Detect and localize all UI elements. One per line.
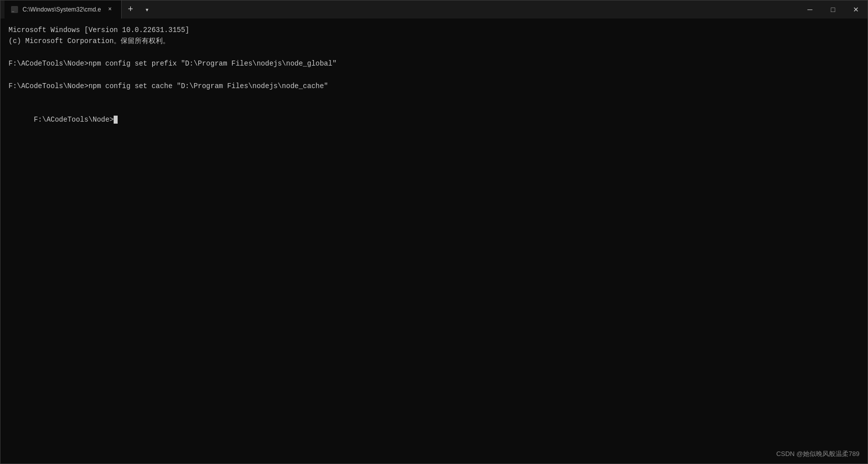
- dropdown-button[interactable]: ▾: [140, 1, 155, 19]
- close-button[interactable]: ✕: [844, 1, 867, 19]
- window-controls: ─ □ ✕: [798, 1, 867, 19]
- tab-close-button[interactable]: ×: [105, 5, 115, 15]
- terminal-line-6: F:\ACodeTools\Node>npm config set cache …: [9, 81, 859, 92]
- prompt: F:\ACodeTools\Node>: [34, 116, 114, 124]
- active-tab[interactable]: _ C:\Windows\System32\cmd.e ×: [5, 1, 122, 19]
- terminal-window: _ C:\Windows\System32\cmd.e × + ▾ ─ □ ✕ …: [0, 0, 868, 464]
- terminal-line-1: Microsoft Windows [Version 10.0.22631.31…: [9, 25, 859, 36]
- terminal-line-4: F:\ACodeTools\Node>npm config set prefix…: [9, 58, 859, 69]
- cmd-icon: _: [11, 6, 19, 14]
- cursor: [114, 116, 118, 124]
- terminal-line-2: (c) Microsoft Corporation。保留所有权利。: [9, 36, 859, 47]
- terminal-line-7: [9, 92, 859, 103]
- minimize-button[interactable]: ─: [798, 1, 821, 19]
- tab-label: C:\Windows\System32\cmd.e: [23, 6, 101, 13]
- svg-text:_: _: [12, 8, 15, 13]
- new-tab-button[interactable]: +: [122, 1, 140, 19]
- titlebar: _ C:\Windows\System32\cmd.e × + ▾ ─ □ ✕: [1, 1, 867, 19]
- terminal-line-3: [9, 47, 859, 58]
- titlebar-left: _ C:\Windows\System32\cmd.e × + ▾: [5, 1, 155, 19]
- terminal-line-8: F:\ACodeTools\Node>: [9, 103, 859, 137]
- watermark: CSDN @她似晚风般温柔789: [776, 449, 859, 459]
- maximize-button[interactable]: □: [821, 1, 844, 19]
- terminal-body[interactable]: Microsoft Windows [Version 10.0.22631.31…: [1, 19, 867, 463]
- terminal-line-5: [9, 70, 859, 81]
